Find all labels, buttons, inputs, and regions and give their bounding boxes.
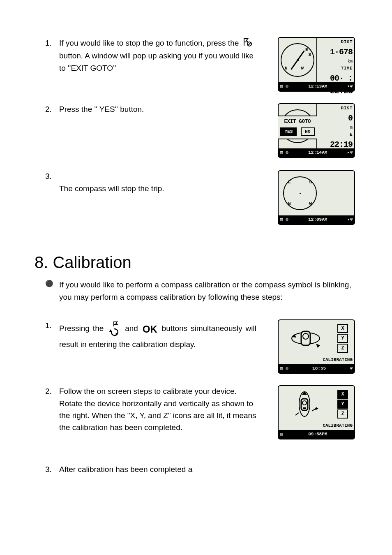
cal-step-3-row: 3. After calibration has been completed …: [45, 463, 355, 475]
flag-refresh-icon: [108, 321, 120, 340]
status-time-c1: 18:55: [312, 365, 326, 372]
exit-goto-dialog: EXIT GOTO YES NO: [278, 116, 317, 139]
dist-unit-2: m: [350, 125, 353, 131]
dist-value-2: 0: [348, 112, 353, 125]
x-indicator-lit: X: [337, 390, 348, 399]
cardinal-w: W: [301, 65, 304, 72]
cal-step-1-figure: X Y Z CALIBRATING ▥ ⊙ 18:55 Ψ: [273, 319, 355, 374]
step-2-number: 2.: [45, 103, 59, 115]
time-label: TIME: [341, 65, 353, 72]
bullet-icon: ⚫: [45, 279, 59, 303]
cal-step-2-text: Follow the on screen steps to calibrate …: [59, 385, 273, 434]
right-e: E: [350, 131, 353, 138]
step-3-text: The compass will stop the trip.: [59, 170, 273, 194]
lcd-cal-1: X Y Z CALIBRATING ▥ ⊙ 18:55 Ψ: [278, 319, 355, 374]
status-time-3: 12:09AM: [308, 216, 327, 223]
dialog-title: EXIT GOTO: [278, 118, 317, 126]
no-button[interactable]: NO: [301, 127, 314, 136]
cal-step-2-row: 2. Follow the on screen steps to calibra…: [45, 385, 355, 439]
step-1-number: 1.: [45, 37, 59, 49]
lcd-screen-2: EXIT GOTO YES NO DIST 0 m E 22:19: [278, 103, 355, 158]
cardinal-s: S: [308, 51, 311, 58]
cal-step-1-a: Pressing the: [59, 324, 104, 333]
step-1-figure: E S W N DIST 1·678 km TIME 00· : 22:28: [273, 37, 355, 92]
step-3-number: 3.: [45, 170, 59, 182]
calibration-intro-row: ⚫ If you would like to perform a compass…: [45, 279, 355, 303]
status-time: 12:13AM: [308, 83, 327, 90]
lcd-cal-2: X Y Z CALIBRATING ▥ 09:58PM: [278, 385, 355, 439]
step-1-text: If you would like to stop the go to func…: [59, 37, 273, 74]
compass-face-3: E S W N: [283, 176, 317, 210]
cal-step-2-figure: X Y Z CALIBRATING ▥ 09:58PM: [273, 385, 355, 439]
flag-button-icon: [242, 37, 253, 50]
lcd-screen-3: E S W N ▥ ⊙ 12:09AM ▾Ψ: [278, 170, 355, 225]
cal-step-3-text: After calibration has been completed a: [59, 463, 355, 475]
lcd-screen-1: E S W N DIST 1·678 km TIME 00· : 22:28: [278, 37, 355, 92]
cardinal-n: N: [285, 65, 288, 72]
step-1-row: 1. If you would like to stop the go to f…: [45, 37, 355, 92]
ok-button-icon: OK: [143, 321, 157, 337]
time-hr: 00· :: [330, 72, 353, 85]
calibrating-label-1: CALIBRATING: [279, 356, 354, 364]
section-calibration-heading: 8. Calibration: [35, 250, 355, 276]
battery-icon-c1: ▥ ⊙: [280, 365, 288, 372]
step-1-text-a: If you would like to stop the go to func…: [59, 39, 239, 47]
rotate-vertical-icon: [287, 390, 324, 419]
status-time-c2: 09:58PM: [308, 431, 327, 438]
y-indicator: Y: [337, 334, 348, 343]
cardinal-e-3: E: [288, 179, 291, 186]
dist-label-2: DIST: [341, 105, 353, 112]
battery-icon-3: ▥ ⊙: [280, 216, 288, 223]
y-indicator-lit: Y: [337, 400, 348, 409]
antenna-icon: ▾Ψ: [347, 83, 353, 90]
calibrating-label-2: CALIBRATING: [279, 422, 354, 430]
time-val-2: 22:19: [330, 138, 353, 151]
cardinal-w-3: W: [309, 201, 312, 208]
x-indicator: X: [337, 324, 348, 333]
cal-step-1-text: Pressing the and OK buttons simultaneous…: [59, 319, 273, 351]
dist-unit: km: [348, 58, 353, 65]
step-3-row: 3. The compass will stop the trip. E S W…: [45, 170, 355, 225]
svg-rect-7: [303, 407, 306, 409]
step-1-text-b: button. A window will pop up asking you …: [59, 51, 254, 72]
battery-icon: ▥ ⊙: [280, 83, 288, 90]
step-2-figure: EXIT GOTO YES NO DIST 0 m E 22:19: [273, 103, 355, 158]
dist-label: DIST: [341, 39, 353, 46]
step-2-text: Press the '' YES'' button.: [59, 103, 273, 115]
z-indicator-2: Z: [337, 409, 348, 419]
yes-button[interactable]: YES: [280, 127, 297, 136]
compass-face: E S W N: [281, 43, 314, 77]
step-2-row: 2. Press the '' YES'' button. EXIT GOTO …: [45, 103, 355, 158]
cardinal-s-3: S: [309, 179, 312, 186]
battery-icon-c2: ▥: [280, 431, 283, 438]
step-3-figure: E S W N ▥ ⊙ 12:09AM ▾Ψ: [273, 170, 355, 225]
cal-step-2-number: 2.: [45, 385, 59, 397]
calibration-intro-text: If you would like to perform a compass c…: [59, 279, 355, 303]
cardinal-e: E: [305, 46, 308, 53]
cal-step-3-number: 3.: [45, 463, 59, 475]
status-time-2: 12:14AM: [308, 149, 327, 156]
battery-icon-2: ▥ ⊙: [280, 149, 288, 156]
cardinal-n-3: N: [288, 201, 291, 208]
rotate-horizontal-icon: [287, 324, 324, 353]
dist-value: 1·678: [330, 46, 353, 58]
cal-step-1-b: and: [125, 324, 138, 333]
cal-step-1-row: 1. Pressing the and OK buttons simultane…: [45, 319, 355, 374]
cal-step-1-number: 1.: [45, 319, 59, 331]
antenna-icon-c1: Ψ: [350, 365, 353, 372]
antenna-icon-3: ▾Ψ: [347, 216, 353, 223]
z-indicator: Z: [337, 344, 348, 353]
